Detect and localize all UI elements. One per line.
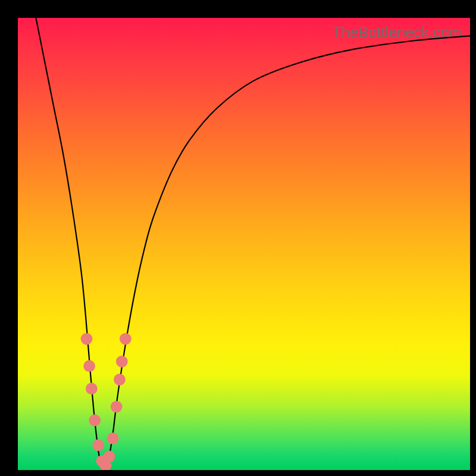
bead [104, 450, 115, 462]
bead [116, 356, 128, 368]
bead [92, 439, 104, 451]
bead [111, 401, 123, 413]
chart-frame: TheBottleneck.com [0, 0, 476, 476]
bead [86, 383, 98, 394]
bottleneck-curve-path [36, 18, 470, 470]
bead [89, 415, 101, 427]
bead [83, 360, 95, 372]
curve-layer [18, 18, 470, 470]
bead [107, 433, 119, 444]
bead [114, 374, 126, 386]
plot-area: TheBottleneck.com [18, 18, 470, 470]
bead [120, 333, 131, 345]
bead [81, 333, 93, 345]
